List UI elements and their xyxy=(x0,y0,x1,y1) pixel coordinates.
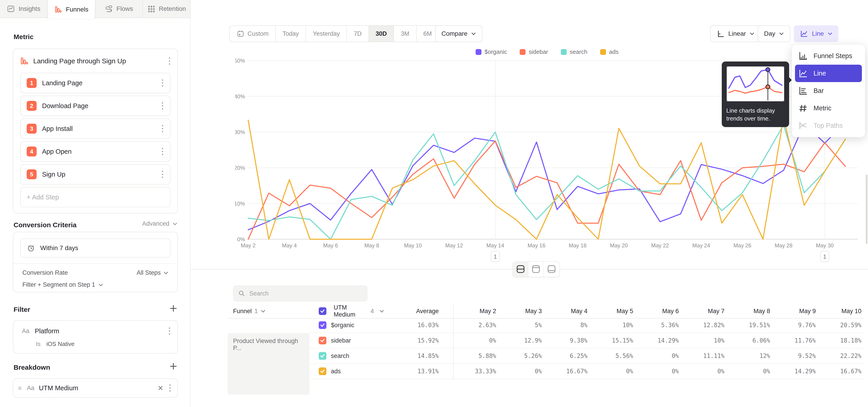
date-column-header[interactable]: May 6 xyxy=(636,304,682,319)
range-7d[interactable]: 7D xyxy=(347,26,369,41)
date-column-header[interactable]: May 10 xyxy=(818,304,864,319)
filter-segment-dropdown[interactable]: Filter + Segment on Step 1 xyxy=(22,281,168,288)
breakdown-kebab-menu[interactable] xyxy=(168,383,172,393)
range-today[interactable]: Today xyxy=(276,26,306,41)
table-row-ads[interactable]: ads13.91%33.33%0%16.67%0%0%0%0%14.29%16.… xyxy=(228,364,864,379)
conversion-window-control[interactable]: Within 7 days xyxy=(20,239,170,257)
series-line-organic[interactable] xyxy=(248,122,845,230)
drag-handle-icon[interactable] xyxy=(18,385,22,390)
step-kebab-menu[interactable] xyxy=(161,169,164,179)
value-cell: 0% xyxy=(453,333,499,348)
menu-item-bar[interactable]: Bar xyxy=(792,82,865,99)
breakdown-column-header[interactable]: UTM Medium4 xyxy=(310,304,384,319)
range-yesterday[interactable]: Yesterday xyxy=(306,26,347,41)
funnel-step-2[interactable]: 2Download Page xyxy=(20,96,170,116)
add-breakdown-button[interactable] xyxy=(169,362,178,371)
layout-split-rows-button[interactable] xyxy=(513,262,528,277)
add-filter-button[interactable] xyxy=(169,304,178,313)
date-column-header[interactable]: May 2 xyxy=(453,304,499,319)
conversion-rate-steps-dropdown[interactable]: All Steps xyxy=(136,269,168,276)
range-3m[interactable]: 3M xyxy=(394,26,416,41)
value-cell: 0% xyxy=(727,364,773,379)
menu-item-metric[interactable]: Metric xyxy=(792,99,865,117)
series-line-search[interactable] xyxy=(248,125,845,239)
step-kebab-menu[interactable] xyxy=(161,78,164,88)
interval-dropdown[interactable]: Day xyxy=(758,25,790,42)
segment-checkbox[interactable] xyxy=(319,352,327,360)
segment-cell: search xyxy=(310,348,384,364)
tooltip-mini-chart xyxy=(726,66,784,102)
search-input[interactable] xyxy=(249,290,362,297)
table-row-organic[interactable]: $organic16.03%2.63%5%8%10%5.36%12.82%19.… xyxy=(228,318,864,333)
add-step-button[interactable]: + Add Step xyxy=(20,187,170,207)
menu-item-funnel-steps[interactable]: Funnel Steps xyxy=(792,47,865,65)
svg-text:May 14: May 14 xyxy=(487,242,504,249)
funnel-name-cell[interactable]: Product Viewed through P... xyxy=(228,333,309,395)
chevron-down-icon xyxy=(828,32,833,35)
chart-type-dropdown[interactable]: Line xyxy=(794,25,838,42)
line-chart-icon xyxy=(800,29,808,38)
date-column-header[interactable]: May 4 xyxy=(545,304,590,319)
segment-checkbox[interactable] xyxy=(319,321,327,329)
table-row-search[interactable]: search14.85%5.88%5.26%6.25%5.56%0%11.11%… xyxy=(228,348,864,364)
step-label: Download Page xyxy=(42,102,156,109)
date-column-header[interactable]: May 9 xyxy=(773,304,818,319)
average-column-header[interactable]: Average xyxy=(384,304,453,319)
layout-top-bar-button[interactable] xyxy=(528,262,544,277)
funnel-step-5[interactable]: 5Sign Up xyxy=(20,164,170,185)
tab-retention[interactable]: Retention xyxy=(143,0,191,18)
property-type-icon: Aa xyxy=(22,327,29,335)
date-column-header[interactable]: May 7 xyxy=(682,304,727,319)
funnel-step-3[interactable]: 3App Install xyxy=(20,119,170,139)
chevron-down-icon xyxy=(173,222,178,225)
svg-text:May 18: May 18 xyxy=(569,242,587,249)
step-kebab-menu[interactable] xyxy=(161,147,164,156)
funnel-step-4[interactable]: 4App Open xyxy=(20,141,170,162)
value-cell: 8% xyxy=(545,318,590,333)
menu-item-line[interactable]: Line xyxy=(795,65,862,82)
funnel-metric-icon xyxy=(20,57,29,66)
metric-kebab-menu[interactable] xyxy=(168,56,171,66)
range-30d[interactable]: 30D xyxy=(369,26,394,41)
tab-insights[interactable]: Insights xyxy=(0,0,48,18)
value-cell: 12% xyxy=(727,348,773,364)
funnel-step-1[interactable]: 1Landing Page xyxy=(20,73,170,93)
chevron-down-icon xyxy=(471,32,476,35)
tooltip-arrow xyxy=(788,76,792,84)
date-column-header[interactable]: May 3 xyxy=(499,304,545,319)
tab-funnels[interactable]: Funnels xyxy=(48,0,95,19)
step-label: Sign Up xyxy=(42,171,156,178)
segment-checkbox[interactable] xyxy=(319,368,327,375)
svg-text:1: 1 xyxy=(823,253,827,260)
date-column-header[interactable]: May 5 xyxy=(590,304,636,319)
filter-heading: Filter xyxy=(13,306,30,313)
layout-bottom-bar-button[interactable] xyxy=(544,262,559,277)
value-cell: 6.25% xyxy=(545,348,590,364)
remove-breakdown-icon[interactable] xyxy=(157,385,164,392)
vertical-scrollbar[interactable] xyxy=(866,175,868,244)
clock-icon xyxy=(27,244,35,252)
table-row-sidebar[interactable]: sidebar15.92%0%12.9%9.38%15.15%14.29%10%… xyxy=(228,333,864,348)
compare-button[interactable]: Compare xyxy=(435,25,483,42)
search-icon xyxy=(238,290,245,298)
filter-value[interactable]: iOS Native xyxy=(46,341,74,347)
segment-checkbox[interactable] xyxy=(319,337,327,344)
value-cell: 2.63% xyxy=(453,318,499,333)
step-kebab-menu[interactable] xyxy=(161,101,164,111)
value-cell: 5.26% xyxy=(499,348,545,364)
step-kebab-menu[interactable] xyxy=(161,124,164,134)
scale-dropdown[interactable]: Linear xyxy=(710,25,761,42)
filter-property[interactable]: Platform xyxy=(35,327,162,335)
step-label: App Install xyxy=(42,125,156,132)
date-column-header[interactable]: May 8 xyxy=(727,304,773,319)
range-custom[interactable]: Custom xyxy=(230,26,276,41)
value-cell: 14.29% xyxy=(773,364,818,379)
funnel-column-header[interactable]: Funnel1 xyxy=(228,304,310,319)
filter-kebab-menu[interactable] xyxy=(168,326,171,336)
advanced-toggle[interactable]: Advanced xyxy=(142,220,178,227)
tab-flows[interactable]: Flows xyxy=(95,0,143,18)
breakdown-property[interactable]: UTM Medium xyxy=(39,384,153,392)
select-all-checkbox[interactable] xyxy=(319,307,327,315)
filter-operator[interactable]: Is xyxy=(36,341,40,347)
series-line-ads[interactable] xyxy=(248,118,845,239)
